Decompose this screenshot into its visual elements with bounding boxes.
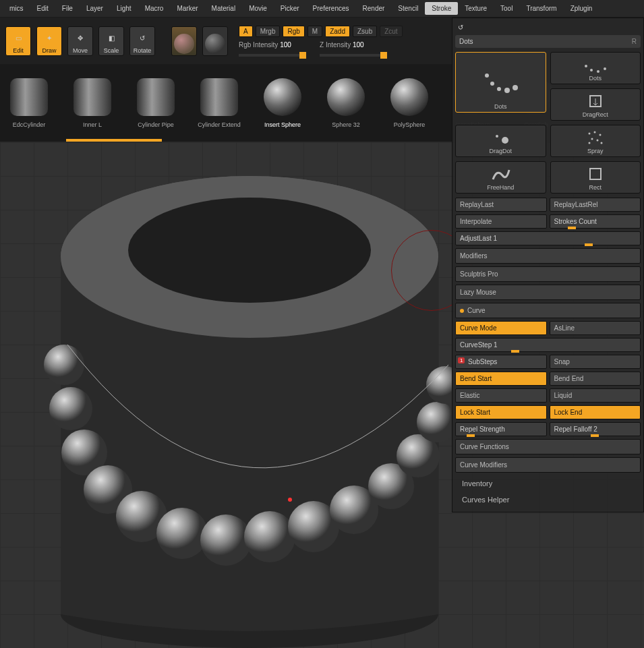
lock-start-button[interactable]: Lock Start [455, 405, 547, 419]
label: Edit [13, 47, 24, 54]
menu-item[interactable]: mics [3, 2, 30, 15]
section-modifiers[interactable]: Modifiers [455, 248, 641, 264]
zadd-toggle[interactable]: Zadd [325, 26, 350, 37]
menu-item[interactable]: Tool [494, 2, 519, 15]
svg-point-5 [44, 345, 84, 385]
rgb-toggle[interactable]: Rgb [283, 26, 304, 37]
tool-thumb[interactable]: EdcCylinder [5, 78, 53, 128]
menu-item-stroke[interactable]: Stroke [425, 2, 458, 15]
svg-point-36 [596, 140, 598, 142]
menu-item[interactable]: Marker [170, 2, 204, 15]
tool-thumb-insert-sphere[interactable]: Insert Sphere [259, 78, 306, 128]
zsub-toggle[interactable]: Zsub [353, 26, 377, 37]
svg-point-37 [600, 142, 602, 144]
as-line-button[interactable]: AsLine [550, 321, 641, 335]
svg-point-38 [588, 142, 590, 144]
svg-point-21 [490, 82, 494, 86]
stroke-dragrect[interactable]: DragRect [550, 88, 641, 121]
tool-thumb[interactable]: Sphere 32 [322, 78, 370, 128]
section-lazymouse[interactable]: Lazy Mouse [455, 285, 641, 300]
svg-point-23 [504, 88, 510, 93]
reset-icon[interactable]: ↺ [458, 24, 463, 31]
draw-button[interactable]: ✦Draw [36, 26, 62, 56]
menu-item[interactable]: Picker [274, 2, 306, 15]
menu-item[interactable]: Render [356, 2, 392, 15]
move-button[interactable]: ✥Move [67, 26, 93, 56]
repel-falloff-slider[interactable]: Repel Falloff 2 [550, 422, 641, 436]
adjust-last-slider[interactable]: AdjustLast 1 [455, 231, 641, 245]
replay-last-rel-button[interactable]: ReplayLastRel [550, 198, 641, 212]
scale-button[interactable]: ◧Scale [98, 26, 124, 56]
stroke-dragdot[interactable]: DragDot [455, 125, 546, 157]
menu-item[interactable]: Layer [80, 2, 110, 15]
label: Draw [42, 47, 56, 54]
curvestep-slider[interactable]: CurveStep 1 [455, 338, 641, 352]
stroke-rect[interactable]: Rect [550, 161, 641, 194]
menu-item[interactable]: Material [205, 2, 243, 15]
m-toggle[interactable]: M [308, 26, 322, 37]
rotate-button[interactable]: ↺Rotate [129, 26, 155, 56]
svg-point-27 [597, 70, 599, 73]
substeps-button[interactable]: 1SubSteps [455, 355, 547, 369]
curves-helper-link[interactable]: Curves Helper [455, 492, 641, 508]
svg-point-25 [585, 65, 587, 67]
tool-thumb[interactable]: PolySphere [386, 78, 433, 128]
menu-item[interactable]: Transform [519, 2, 563, 15]
menu-item[interactable]: Light [110, 2, 138, 15]
svg-point-30 [496, 135, 498, 138]
bend-end-button[interactable]: Bend End [550, 372, 641, 386]
menu-item[interactable]: Stencil [391, 2, 425, 15]
svg-point-12 [244, 511, 295, 562]
stroke-panel: ↺ Dots R Dots Dots DragRect DragDot Spra… [452, 18, 644, 512]
tool-thumb[interactable]: Cylinder Pipe [132, 78, 179, 128]
menu-item[interactable]: Preferences [306, 2, 356, 15]
menu-item[interactable]: Edit [30, 2, 55, 15]
lock-end-button[interactable]: Lock End [550, 405, 641, 419]
material-slot-b[interactable] [202, 26, 228, 56]
a-toggle[interactable]: A [239, 26, 253, 37]
tool-thumb[interactable]: Inner L [69, 78, 116, 128]
replay-last-button[interactable]: ReplayLast [455, 198, 547, 212]
snap-button[interactable]: Snap [550, 355, 641, 369]
header-shortcut: R [632, 38, 637, 45]
svg-point-19 [288, 498, 292, 502]
stroke-spray[interactable]: Spray [550, 125, 641, 157]
section-sculptris[interactable]: Sculptris Pro [455, 266, 641, 282]
elastic-button[interactable]: Elastic [455, 388, 547, 403]
svg-point-17 [417, 402, 457, 442]
menu-item[interactable]: Macro [138, 2, 171, 15]
inventory-link[interactable]: Inventory [455, 475, 641, 492]
repel-strength-slider[interactable]: Repel Strength [455, 422, 547, 436]
menu-item[interactable]: File [55, 2, 80, 15]
tool-thumb[interactable]: Cylinder Extend [196, 78, 243, 128]
stroke-freehand[interactable]: FreeHand [455, 161, 546, 194]
zcut-toggle[interactable]: Zcut [380, 26, 402, 37]
menu-item[interactable]: Texture [458, 2, 494, 15]
rgb-intensity-slider[interactable]: Rgb Intensity 100 [239, 41, 306, 57]
edit-button[interactable]: ▭Edit [5, 26, 31, 56]
interpolate-button[interactable]: Interpolate [455, 214, 547, 229]
z-intensity-slider[interactable]: Z Intensity 100 [320, 41, 387, 57]
mrgb-toggle[interactable]: Mrgb [256, 26, 281, 37]
stroke-dots[interactable]: Dots [455, 52, 546, 113]
svg-point-33 [593, 131, 595, 134]
selection-underline [66, 139, 162, 142]
section-curve[interactable]: Curve [455, 303, 641, 318]
section-curve-modifiers[interactable]: Curve Modifiers [455, 457, 641, 473]
svg-point-31 [502, 137, 508, 144]
section-curve-functions[interactable]: Curve Functions [455, 439, 641, 454]
bend-start-button[interactable]: Bend Start [455, 372, 547, 386]
liquid-button[interactable]: Liquid [550, 388, 641, 403]
menu-item[interactable]: Movie [242, 2, 274, 15]
material-slot-a[interactable] [171, 26, 197, 56]
curve-mode-button[interactable]: Curve Mode [455, 321, 547, 335]
stroke-header[interactable]: Dots R [455, 35, 641, 48]
svg-point-28 [604, 67, 606, 70]
svg-point-11 [200, 514, 252, 566]
menu-item[interactable]: Zplugin [564, 2, 599, 15]
svg-rect-39 [590, 169, 601, 179]
stroke-dots-alt[interactable]: Dots [550, 52, 641, 84]
svg-point-32 [588, 133, 590, 135]
strokes-count-slider[interactable]: Strokes Count [550, 214, 641, 229]
svg-point-26 [590, 69, 593, 71]
